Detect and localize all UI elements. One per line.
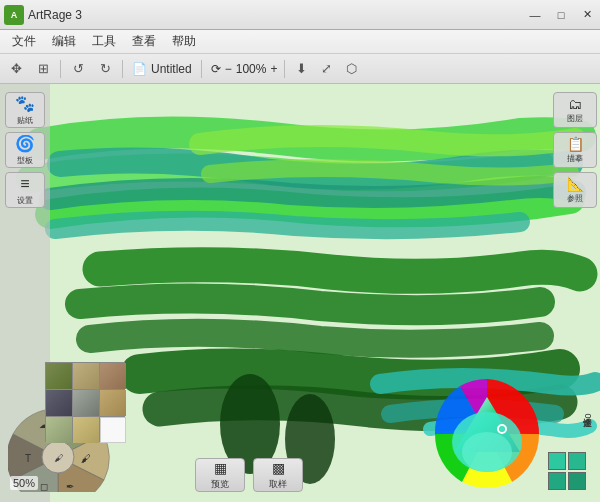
toolbar: ✥ ⊞ ↺ ↻ 📄 Untitled ⟳ − 100% + ⬇ ⤢ ⬡ (0, 54, 600, 84)
move-tool-button[interactable]: ✥ (4, 58, 28, 80)
maximize-button[interactable]: □ (548, 5, 574, 25)
color-swatch-3[interactable] (548, 472, 566, 490)
svg-text:◻: ◻ (40, 481, 48, 492)
template-label: 型板 (17, 155, 33, 166)
layers-icon: 🗂 (568, 96, 582, 112)
tool-thumb-7[interactable] (46, 417, 72, 443)
svg-text:✒: ✒ (66, 481, 74, 492)
trace-button[interactable]: 📋 描摹 (553, 132, 597, 168)
settings-label: 设置 (17, 195, 33, 206)
tool-thumbnails-grid (45, 362, 125, 442)
grid-button[interactable]: ⊞ (31, 58, 55, 80)
export-down-button[interactable]: ⬇ (290, 58, 312, 80)
menu-help[interactable]: 帮助 (164, 31, 204, 52)
tool-thumb-3[interactable] (100, 363, 126, 389)
reference-icon: 📐 (567, 176, 584, 192)
tool-thumb-1[interactable] (46, 363, 72, 389)
tool-thumb-2[interactable] (73, 363, 99, 389)
right-panel: 🗂 图层 📋 描摹 📐 参照 (550, 84, 600, 264)
layers-button[interactable]: 🗂 图层 (553, 92, 597, 128)
zoom-label: 100% (236, 62, 267, 76)
app-title: ArtRage 3 (28, 8, 522, 22)
trace-icon: 📋 (567, 136, 584, 152)
tool-thumb-4[interactable] (46, 390, 72, 416)
color-sample-swatches (548, 452, 586, 490)
menu-view[interactable]: 查看 (124, 31, 164, 52)
menu-file[interactable]: 文件 (4, 31, 44, 52)
window-controls: — □ ✕ (522, 5, 600, 25)
toolbar-separator-1 (60, 60, 61, 78)
rotate-icon: ⟳ (211, 62, 221, 76)
menu-bar: 文件 编辑 工具 查看 帮助 (0, 30, 600, 54)
color-swatch-4[interactable] (568, 472, 586, 490)
tool-thumb-9[interactable] (100, 417, 126, 443)
toolbar-separator-3 (201, 60, 202, 78)
template-button[interactable]: 🌀 型板 (5, 132, 45, 168)
preview-label: 预览 (211, 478, 229, 491)
main-area: 🐾 贴纸 🌀 型板 ≡ 设置 🗂 图层 📋 描摹 📐 参照 (0, 84, 600, 502)
settings-icon: ≡ (20, 175, 29, 193)
sample-icon: ▩ (272, 460, 285, 476)
minimize-button[interactable]: — (522, 5, 548, 25)
layers-label: 图层 (567, 113, 583, 124)
export-share-button[interactable]: ⬡ (340, 58, 362, 80)
export-expand-button[interactable]: ⤢ (315, 58, 337, 80)
menu-tools[interactable]: 工具 (84, 31, 124, 52)
color-samples-grid[interactable] (548, 452, 586, 490)
bottom-action-buttons: ▦ 预览 ▩ 取样 (195, 458, 303, 492)
sticker-button[interactable]: 🐾 贴纸 (5, 92, 45, 128)
color-swatch-2[interactable] (568, 452, 586, 470)
document-title-area: 📄 Untitled (128, 62, 196, 76)
close-button[interactable]: ✕ (574, 5, 600, 25)
settings-button[interactable]: ≡ 设置 (5, 172, 45, 208)
toolbar-separator-2 (122, 60, 123, 78)
sample-label: 取样 (269, 478, 287, 491)
color-wheel[interactable] (430, 377, 545, 492)
tool-thumb-8[interactable] (73, 417, 99, 443)
preview-button[interactable]: ▦ 预览 (195, 458, 245, 492)
toolbar-separator-4 (284, 60, 285, 78)
preview-icon: ▦ (214, 460, 227, 476)
template-icon: 🌀 (15, 134, 35, 153)
undo-button[interactable]: ↺ (66, 58, 90, 80)
trace-label: 描摹 (567, 153, 583, 164)
doc-icon: 📄 (132, 62, 147, 76)
sample-button[interactable]: ▩ 取样 (253, 458, 303, 492)
reference-button[interactable]: 📐 参照 (553, 172, 597, 208)
svg-text:🖌: 🖌 (54, 453, 63, 463)
brush-size-label: 50% (10, 476, 38, 490)
tool-thumb-6[interactable] (100, 390, 126, 416)
tool-thumb-5[interactable] (73, 390, 99, 416)
sticker-label: 贴纸 (17, 115, 33, 126)
document-title: Untitled (151, 62, 192, 76)
redo-button[interactable]: ↻ (93, 58, 117, 80)
title-bar: A ArtRage 3 — □ ✕ (0, 0, 600, 30)
svg-point-17 (500, 427, 504, 431)
zoom-area: ⟳ − 100% + (211, 62, 280, 76)
svg-point-15 (462, 432, 512, 472)
color-opacity-label: 全透性 0% (581, 411, 594, 427)
menu-edit[interactable]: 编辑 (44, 31, 84, 52)
reference-label: 参照 (567, 193, 583, 204)
app-icon: A (4, 5, 24, 25)
sticker-icon: 🐾 (15, 94, 35, 113)
svg-text:T: T (25, 453, 31, 464)
color-swatch-1[interactable] (548, 452, 566, 470)
svg-text:🖌: 🖌 (81, 453, 91, 464)
